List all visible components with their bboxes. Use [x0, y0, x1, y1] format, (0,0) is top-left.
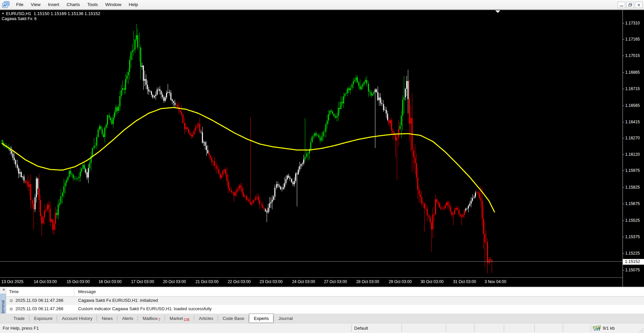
tab-label: Exposure — [34, 316, 52, 321]
chart-marker-icon — [495, 10, 500, 13]
status-help-text: For Help, press F1 — [3, 326, 39, 331]
tab-label: Account History — [62, 316, 92, 321]
price-axis-label: 1.17015 — [625, 53, 640, 58]
terminal-tab-code-base[interactable]: Code Base — [218, 314, 249, 323]
price-axis-label: 1.15375 — [625, 235, 640, 239]
chart-ohlc-values: 1.15150 1.15169 1.15136 1.15152 — [34, 11, 100, 16]
log-row[interactable]: 2025.11.03 06:11:47.266Cagawa Sakti Fx E… — [6, 296, 644, 305]
chart-window: ▼EURUSD,H1 1.15150 1.15169 1.15136 1.151… — [0, 10, 644, 287]
tab-badge: 7 — [158, 318, 160, 322]
price-axis-label: 1.16565 — [625, 103, 640, 108]
price-axis[interactable]: 1.173101.171651.170151.168651.167151.165… — [623, 10, 644, 287]
tab-label: Market — [170, 316, 183, 321]
chart-symbol-period: EURUSD,H1 — [6, 11, 31, 16]
time-axis-label: 22 Oct 03:00 — [228, 279, 251, 284]
price-tick-mark — [623, 154, 624, 155]
log-header-row: Time Message — [6, 288, 644, 296]
tab-badge: 135 — [184, 318, 190, 322]
log-message: Cagawa Sakti Fx EURUSD,H1: initialized — [78, 298, 158, 303]
price-axis-label: 1.16715 — [625, 86, 640, 91]
tab-label: Code Base — [223, 316, 244, 321]
terminal-tab-exposure[interactable]: Exposure — [29, 314, 57, 323]
time-axis-label: 17 Oct 03:00 — [131, 279, 154, 284]
price-axis-label: 1.16120 — [625, 152, 640, 157]
chart-indicator-label: Cagawa Sakti Fx: 6 — [2, 16, 100, 21]
terminal-tab-journal[interactable]: Journal — [274, 314, 298, 323]
status-divider — [446, 325, 446, 332]
terminal-tab-mailbox[interactable]: Mailbox7 — [138, 314, 165, 323]
status-divider — [591, 325, 591, 332]
time-axis-label: 15 Oct 03:00 — [67, 279, 90, 284]
time-axis-label: 29 Oct 03:00 — [389, 279, 412, 284]
time-axis[interactable]: 13 Oct 202514 Oct 03:0015 Oct 03:0016 Oc… — [0, 277, 623, 287]
chart-title-overlay: ▼EURUSD,H1 1.15150 1.15169 1.15136 1.151… — [2, 11, 100, 21]
tab-label: Mailbox — [143, 316, 158, 321]
log-header-time[interactable]: Time — [9, 289, 18, 294]
log-message: Custom indicator Cagawa Sakti Fx EURUSD,… — [78, 306, 212, 311]
menu-items: FileViewInsertChartsToolsWindowHelp — [12, 0, 142, 9]
app-icon — [2, 1, 10, 8]
terminal-tab-experts[interactable]: Experts — [249, 314, 274, 323]
menu-item-charts[interactable]: Charts — [63, 0, 84, 9]
price-axis-label: 1.16865 — [625, 70, 640, 75]
close-icon: × — [637, 3, 640, 7]
terminal-panel: × Terminal Time Message 2025.11.03 06:11… — [0, 287, 644, 323]
status-network: 9/1 kb — [593, 325, 614, 331]
price-tick-mark — [623, 89, 624, 89]
price-tick-mark — [623, 23, 624, 23]
time-axis-label: 24 Oct 03:00 — [292, 279, 315, 284]
price-tick-mark — [623, 72, 624, 73]
chart-symbol-line: ▼EURUSD,H1 1.15150 1.15169 1.15136 1.151… — [2, 11, 100, 16]
price-tick-mark — [623, 187, 624, 188]
price-tick-mark — [623, 138, 624, 138]
menu-item-tools[interactable]: Tools — [84, 0, 102, 9]
terminal-side-tab-label: Terminal — [1, 300, 5, 315]
terminal-tab-articles[interactable]: Articles — [194, 314, 218, 323]
chart-close-button[interactable]: × — [635, 2, 643, 8]
terminal-tab-trade[interactable]: Trade — [9, 314, 29, 323]
time-axis-label: 14 Oct 03:00 — [34, 279, 57, 284]
menu-item-window[interactable]: Window — [102, 0, 125, 9]
log-header-message[interactable]: Message — [78, 289, 96, 294]
time-axis-label: 30 Oct 03:00 — [421, 279, 444, 284]
price-tick-mark — [623, 204, 624, 204]
time-axis-label: 16 Oct 03:00 — [99, 279, 122, 284]
status-profile[interactable]: Default — [354, 326, 368, 331]
price-axis-label: 1.17310 — [625, 21, 640, 25]
terminal-tab-account-history[interactable]: Account History — [57, 314, 97, 323]
menu-bar: FileViewInsertChartsToolsWindowHelp × — [0, 0, 644, 10]
status-divider — [401, 325, 402, 332]
chart-restore-button[interactable] — [626, 2, 634, 8]
price-tick-mark — [623, 171, 624, 171]
menu-item-view[interactable]: View — [27, 0, 44, 9]
price-tick-mark — [623, 237, 624, 237]
metatrader-window: FileViewInsertChartsToolsWindowHelp × ▼E… — [0, 0, 644, 333]
symbol-dropdown-icon[interactable]: ▼ — [2, 12, 4, 15]
status-divider — [563, 325, 563, 332]
price-tick-mark — [623, 56, 624, 56]
time-axis-label: 21 Oct 03:00 — [196, 279, 219, 284]
network-traffic-icon — [593, 325, 601, 331]
status-bar: For Help, press F1 Default 9/1 kb — [0, 323, 644, 333]
resize-grip-icon[interactable] — [639, 328, 643, 332]
current-price-label: 1.15152 — [623, 259, 644, 265]
price-axis-label: 1.15675 — [625, 201, 640, 206]
terminal-tab-alerts[interactable]: Alerts — [117, 314, 138, 323]
menu-item-file[interactable]: File — [12, 0, 27, 9]
menu-item-insert[interactable]: Insert — [44, 0, 63, 9]
price-axis-label: 1.15525 — [625, 218, 640, 223]
chart-minimize-button[interactable] — [618, 2, 625, 8]
terminal-tab-news[interactable]: News — [97, 314, 117, 323]
time-axis-label: 28 Oct 03:00 — [356, 279, 379, 284]
terminal-close-button[interactable]: × — [1, 287, 6, 292]
price-axis-label: 1.16270 — [625, 136, 640, 140]
menu-item-help[interactable]: Help — [125, 0, 142, 9]
log-row[interactable]: 2025.11.03 06:11:47.266Custom indicator … — [6, 305, 644, 313]
status-divider — [474, 325, 475, 332]
price-chart[interactable] — [0, 10, 623, 277]
terminal-tab-market[interactable]: Market135 — [165, 314, 194, 323]
price-tick-mark — [623, 220, 624, 221]
status-divider — [504, 325, 504, 332]
tab-label: Articles — [199, 316, 213, 321]
time-axis-label: 31 Oct 03:00 — [453, 279, 476, 284]
